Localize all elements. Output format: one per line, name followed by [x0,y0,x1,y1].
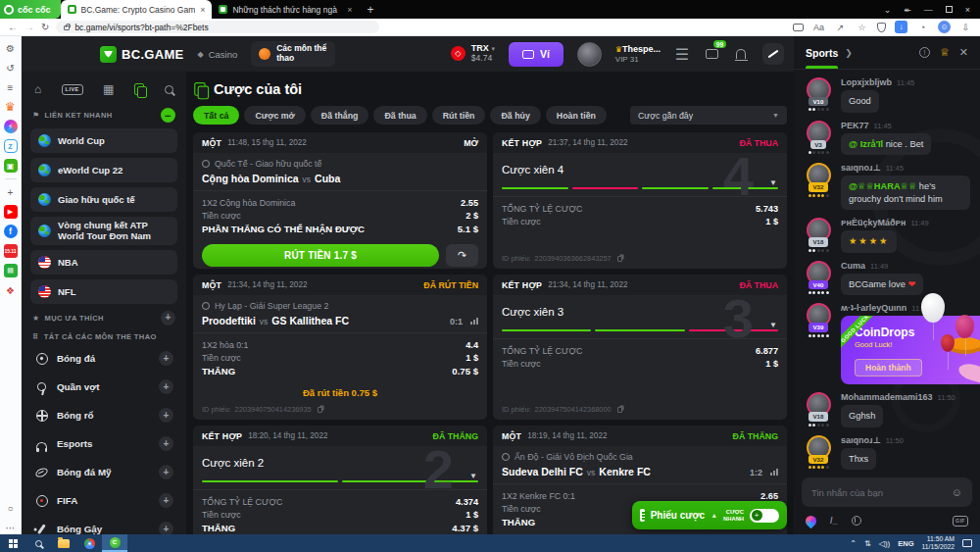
filter-lost[interactable]: Đã thua [373,106,426,125]
sidebar-sport-football[interactable]: Bóng đá + [30,347,177,371]
crown-icon[interactable]: ♛ [4,100,18,114]
quick-bet-toggle[interactable] [750,509,779,523]
sidebar-item-nfl[interactable]: NFL [30,279,177,304]
basket-icon[interactable]: ▤ [4,264,18,277]
chat-input[interactable]: ☺ [802,477,972,507]
expand-chevron-icon[interactable]: ▼ [469,472,477,480]
browser-tab-challenges[interactable]: Những thách thức hàng ngà × [212,0,359,19]
info-icon[interactable]: ! [919,47,930,58]
settings-gear-icon[interactable]: ⚙ [4,41,18,55]
stats-icon[interactable] [470,318,478,325]
sidebar-item-atp-finals[interactable]: Vòng chung kết ATP World Tour Đơn Nam [30,217,177,245]
new-tab-button[interactable]: + [367,3,373,17]
bell-icon[interactable] [733,46,749,62]
history-icon[interactable]: ↺ [4,61,18,75]
tab-close-icon[interactable]: × [347,5,352,15]
more-icon[interactable]: ⋯ [4,521,18,534]
bookmark-star-icon[interactable]: ☆ [856,21,868,33]
tab-search-icon[interactable]: ⌄ [884,5,892,15]
adblock-shield-icon[interactable] [877,23,886,32]
sidebar-sport-fifa[interactable]: FIFA + [30,489,177,513]
shuttlecock-icon[interactable]: ❖ [4,283,18,297]
coindrops-card[interactable]: GOOD LUCK CoinDrops Good Luck! Hoàn thàn… [841,316,980,384]
language-indicator[interactable]: ENG [898,539,913,548]
share-icon[interactable]: ↗ [834,21,847,33]
share-bet-button[interactable]: ↷ [446,244,478,267]
clock[interactable]: 11:50 AM 11/15/2022 [921,535,955,552]
expand-icon[interactable]: + [159,408,173,423]
downloads-tray-icon[interactable]: ⇩ [959,21,972,33]
messenger-icon[interactable]: ⚡ [4,120,18,133]
expand-icon[interactable]: + [159,436,173,451]
expand-icon[interactable]: + [159,351,173,366]
tab-close-icon[interactable]: × [200,5,205,15]
tray-chevron-icon[interactable]: ⌃ [850,539,857,548]
expand-icon[interactable]: + [159,493,173,508]
bet-card-combo-lost[interactable]: KẾT HỢP 21:34, 14 thg 11, 2022 ĐÃ THUA C… [493,275,787,420]
tip-coin-icon[interactable] [852,516,861,526]
sale-15-11-icon[interactable]: 15.11 [4,244,18,258]
copy-icon[interactable] [318,407,322,413]
volume-icon[interactable]: ◁)) [879,539,890,548]
add-favorite-button[interactable]: + [161,311,175,326]
gif-icon[interactable]: GIF [953,516,968,527]
nav-casino[interactable]: ◆ Casino [198,49,238,60]
bet-card-single-cashed[interactable]: MỘT 21:34, 14 thg 11, 2022 ĐÃ RÚT TIỀN H… [193,275,487,420]
expand-chevron-icon[interactable]: ▼ [769,321,777,329]
filter-open[interactable]: Cược mở [244,106,305,125]
notification-center-icon[interactable] [962,539,972,547]
expand-chevron-icon[interactable]: ▼ [769,178,777,187]
sidebar-item-eworld-cup[interactable]: eWorld Cup 22 [30,158,177,182]
user-avatar[interactable] [577,42,602,67]
sidebar-item-nba[interactable]: NBA [30,250,177,275]
forward-button[interactable]: → [24,22,34,32]
url-field[interactable]: bc.game/vi/sports?bt-path=%2Fbets [56,21,379,33]
collapse-quick-links-button[interactable]: − [161,108,175,123]
profile-icon[interactable]: ☺ [938,21,951,33]
nav-sports[interactable]: Các môn thể thao [251,41,335,67]
back-button[interactable]: ← [8,22,18,32]
filter-cancelled[interactable]: Đã hủy [490,106,540,125]
notification-bell-icon[interactable]: ○ [4,501,18,515]
sidebar-toggle-icon[interactable]: ↞ [904,5,911,15]
stats-icon[interactable] [770,469,778,476]
youtube-icon[interactable]: ▶ [4,205,18,219]
my-bets-icon[interactable] [134,83,145,96]
sidebar-item-world-cup[interactable]: World Cup [30,128,177,153]
coccoc-menu-button[interactable]: cốc cốc [0,0,61,19]
bet-card-combo-lost[interactable]: KẾT HỢP 21:37, 14 thg 11, 2022 ĐÃ THUA C… [493,132,787,269]
alert-icon[interactable]: ◔ [916,21,929,33]
filter-won[interactable]: Đã thắng [311,106,369,125]
chat-input-field[interactable] [811,487,952,498]
games-icon[interactable]: ▣ [4,159,18,173]
download-active-icon[interactable]: ↓ [895,21,907,33]
expand-icon[interactable]: + [159,379,173,394]
network-icon[interactable]: ⇅ [864,539,871,548]
bet-card-combo-won[interactable]: KẾT HỢP 18:20, 14 thg 11, 2022 ĐÃ THẮNG … [193,426,487,534]
bet-card-single-open[interactable]: MỘT 11:48, 15 thg 11, 2022 MỞ Quốc Tế - … [193,132,487,269]
chat-tab-sports[interactable]: Sports [806,36,838,69]
sort-dropdown[interactable]: Cược gần đây ▼ [630,106,787,125]
calendar-icon[interactable]: ▦ [103,82,114,96]
start-button[interactable] [0,534,25,552]
sidebar-item-int-friendlies[interactable]: Giao hữu quốc tế [30,187,177,212]
reading-list-icon[interactable]: ≡ [4,80,18,94]
rain-icon[interactable] [804,513,819,528]
bcgame-logo[interactable]: BC.GAME [100,46,184,63]
expand-icon[interactable]: + [159,465,173,479]
sidebar-sport-tennis[interactable]: Quần vợt + [30,376,177,399]
expand-icon[interactable]: + [159,522,173,534]
user-info[interactable]: ♛Thespe... VIP 31 [615,44,661,64]
chat-commands-icon[interactable]: /_ [830,516,838,526]
translate-icon[interactable]: Aa [812,21,825,33]
filter-cashout[interactable]: Rút tiền [432,106,486,125]
coindrops-claim-button[interactable]: Hoàn thành [855,359,922,376]
coccoc-taskbar-icon[interactable]: C [102,534,127,552]
window-restore-button[interactable] [946,6,953,13]
chat-toggle-icon[interactable] [762,43,784,65]
bet-list-icon[interactable]: ☰ [674,46,690,62]
trophy-icon[interactable]: ♕ [940,46,950,59]
facebook-icon[interactable]: f [4,225,18,238]
file-explorer-icon[interactable] [51,534,76,552]
sidebar-sport-basketball[interactable]: Bóng rổ + [30,404,177,427]
